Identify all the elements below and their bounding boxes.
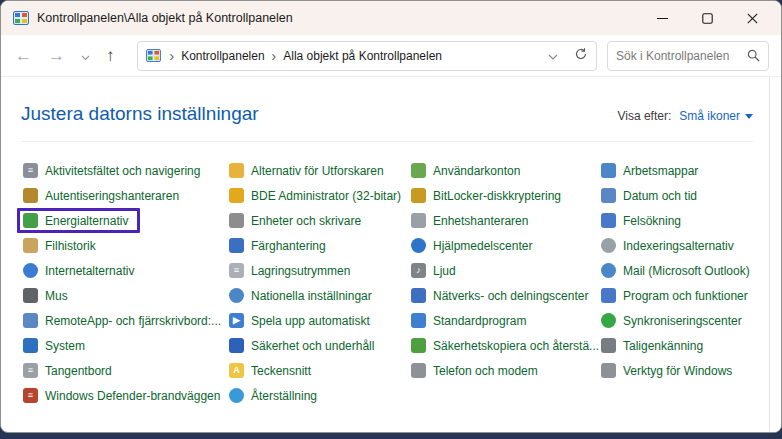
breadcrumb-item-alla-objekt[interactable]: Alla objekt på Kontrollpanelen	[283, 49, 442, 63]
autoplay-icon: ▶	[229, 313, 244, 328]
refresh-button[interactable]	[574, 47, 588, 65]
item-label: Nätverks- och delningscenter	[433, 289, 588, 303]
address-bar[interactable]: › Kontrollpanelen › Alla objekt på Kontr…	[137, 41, 598, 71]
control-panel-item[interactable]: Nationella inställningar	[229, 288, 372, 303]
address-dropdown-button[interactable]	[548, 47, 558, 65]
control-panel-item[interactable]: Färghantering	[229, 238, 326, 253]
control-panel-window: Kontrollpanelen\Alla objekt på Kontrollp…	[0, 0, 782, 433]
control-panel-item[interactable]: Mus	[23, 288, 68, 303]
breadcrumb-separator-icon: ›	[170, 48, 175, 64]
control-panel-item[interactable]: Internetalternativ	[23, 263, 134, 278]
item-label: Indexeringsalternativ	[623, 239, 734, 253]
navigation-bar: ← → ↑ › Kontrollpanelen › Alla objekt på…	[1, 35, 781, 77]
credential-manager-icon	[23, 188, 38, 203]
scrollbar-track[interactable]	[770, 77, 781, 432]
control-panel-item[interactable]: Användarkonton	[411, 163, 520, 178]
mouse-icon	[23, 288, 38, 303]
forward-arrow-icon: →	[48, 46, 65, 65]
network-sharing-icon	[411, 288, 426, 303]
control-panel-item[interactable]: System	[23, 338, 85, 353]
control-panel-item[interactable]: Mail (Microsoft Outlook)	[601, 263, 750, 278]
control-panel-item[interactable]: BDE Administrator (32-bitar)	[229, 188, 401, 203]
backup-restore-icon	[411, 338, 426, 353]
item-label: Verktyg för Windows	[623, 364, 732, 378]
forward-button[interactable]: →	[48, 47, 65, 64]
item-label: Alternativ för Utforskaren	[251, 164, 384, 178]
item-label: Återställning	[251, 389, 317, 403]
chevron-down-icon	[81, 55, 90, 61]
phone-modem-icon	[411, 363, 426, 378]
control-panel-item[interactable]: ≡Windows Defender-brandväggen	[23, 388, 220, 403]
control-panel-item[interactable]: ≡Tangentbord	[23, 363, 112, 378]
item-label: Autentiseringshanteraren	[45, 189, 179, 203]
control-panel-item[interactable]: BitLocker-diskkryptering	[411, 188, 561, 203]
item-label: Tangentbord	[45, 364, 112, 378]
control-panel-item[interactable]: Program och funktioner	[601, 288, 748, 303]
region-clock-icon	[229, 288, 244, 303]
control-panel-item[interactable]: ≡Lagringsutrymmen	[229, 263, 350, 278]
control-panel-item[interactable]: ♪Ljud	[411, 263, 456, 278]
view-by-dropdown[interactable]: Små ikoner	[679, 109, 753, 123]
item-label: Arbetsmappar	[623, 164, 698, 178]
close-icon	[747, 13, 758, 24]
ease-of-access-icon	[411, 238, 426, 253]
control-panel-item[interactable]: Hjälpmedelscenter	[411, 238, 532, 253]
control-panel-item[interactable]: Säkerhetskopiera och återstä...	[411, 338, 599, 353]
item-label: Enheter och skrivare	[251, 214, 361, 228]
item-label: Mus	[45, 289, 68, 303]
breadcrumb-item-kontrollpanelen[interactable]: Kontrollpanelen	[181, 49, 264, 63]
default-programs-icon	[411, 313, 426, 328]
control-panel-item[interactable]: Verktyg för Windows	[601, 363, 732, 378]
control-panel-item[interactable]: Alternativ för Utforskaren	[229, 163, 384, 178]
speech-microphone-icon	[601, 338, 616, 353]
file-history-icon	[23, 238, 38, 253]
security-flag-icon	[229, 338, 244, 353]
control-panel-item[interactable]: Energialternativ	[17, 208, 140, 233]
control-panel-item[interactable]: ▶Spela upp automatiskt	[229, 313, 370, 328]
control-panel-item[interactable]: Arbetsmappar	[601, 163, 698, 178]
item-label: Ljud	[433, 264, 456, 278]
view-by-label: Visa efter:	[617, 109, 671, 123]
control-panel-item[interactable]: Synkroniseringscenter	[601, 313, 742, 328]
control-panel-item[interactable]: Indexeringsalternativ	[601, 238, 734, 253]
up-button[interactable]: ↑	[106, 47, 115, 64]
search-input[interactable]	[616, 49, 747, 63]
item-label: Färghantering	[251, 239, 326, 253]
item-label: RemoteApp- och fjärrskrivbord:...	[45, 314, 221, 328]
minimize-icon	[657, 13, 668, 24]
control-panel-item[interactable]: Datum och tid	[601, 188, 697, 203]
control-panel-item[interactable]: Autentiseringshanteraren	[23, 188, 179, 203]
control-panel-item[interactable]: Filhistorik	[23, 238, 96, 253]
programs-features-icon	[601, 288, 616, 303]
control-panel-item[interactable]: Säkerhet och underhåll	[229, 338, 374, 353]
minimize-button[interactable]	[640, 3, 685, 33]
control-panel-item[interactable]: Enhetshanteraren	[411, 213, 528, 228]
control-panel-item[interactable]: Nätverks- och delningscenter	[411, 288, 588, 303]
item-label: Internetalternativ	[45, 264, 134, 278]
control-panel-item[interactable]: Taligenkänning	[601, 338, 703, 353]
control-panel-item[interactable]: Enheter och skrivare	[229, 213, 361, 228]
sync-center-icon	[601, 313, 616, 328]
control-panel-item[interactable]: Standardprogram	[411, 313, 526, 328]
control-panel-item[interactable]: Felsökning	[601, 213, 681, 228]
window-title: Kontrollpanelen\Alla objekt på Kontrollp…	[37, 11, 293, 25]
search-icon[interactable]	[747, 49, 760, 62]
item-label: Taligenkänning	[623, 339, 703, 353]
control-panel-item[interactable]: ATeckensnitt	[229, 363, 311, 378]
control-panel-item[interactable]: Återställning	[229, 388, 317, 403]
maximize-button[interactable]	[685, 3, 730, 33]
page-title: Justera datorns inställningar	[21, 103, 259, 125]
item-label: Standardprogram	[433, 314, 526, 328]
control-panel-item[interactable]: RemoteApp- och fjärrskrivbord:...	[23, 313, 221, 328]
item-label: Energialternativ	[45, 214, 128, 228]
control-panel-item[interactable]: ≡Aktivitetsfältet och navigering	[23, 163, 200, 178]
item-label: Filhistorik	[45, 239, 96, 253]
control-panel-item[interactable]: Telefon och modem	[411, 363, 538, 378]
recent-locations-button[interactable]	[81, 47, 90, 65]
system-monitor-icon	[23, 338, 38, 353]
item-label: BitLocker-diskkryptering	[433, 189, 561, 203]
close-button[interactable]	[730, 3, 775, 33]
breadcrumb-separator-icon: ›	[272, 48, 277, 64]
item-label: Felsökning	[623, 214, 681, 228]
back-button[interactable]: ←	[15, 47, 32, 64]
